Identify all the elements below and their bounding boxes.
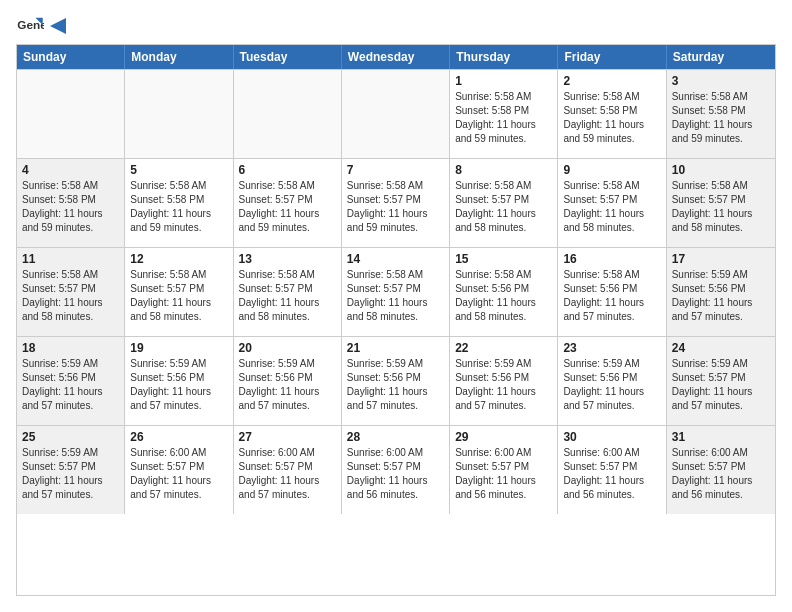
- page-header: General: [16, 16, 776, 36]
- day-number: 15: [455, 252, 552, 266]
- calendar-day-26: 26Sunrise: 6:00 AM Sunset: 5:57 PM Dayli…: [125, 426, 233, 514]
- day-number: 21: [347, 341, 444, 355]
- logo-arrow-icon: [50, 18, 66, 34]
- day-info: Sunrise: 5:59 AM Sunset: 5:56 PM Dayligh…: [130, 357, 227, 413]
- calendar-week-2: 4Sunrise: 5:58 AM Sunset: 5:58 PM Daylig…: [17, 158, 775, 247]
- day-number: 3: [672, 74, 770, 88]
- day-info: Sunrise: 5:58 AM Sunset: 5:58 PM Dayligh…: [672, 90, 770, 146]
- logo-icon: General: [16, 16, 44, 36]
- day-info: Sunrise: 5:59 AM Sunset: 5:56 PM Dayligh…: [22, 357, 119, 413]
- calendar-day-25: 25Sunrise: 5:59 AM Sunset: 5:57 PM Dayli…: [17, 426, 125, 514]
- calendar-week-5: 25Sunrise: 5:59 AM Sunset: 5:57 PM Dayli…: [17, 425, 775, 514]
- day-number: 29: [455, 430, 552, 444]
- day-info: Sunrise: 5:58 AM Sunset: 5:57 PM Dayligh…: [563, 179, 660, 235]
- calendar-empty-cell: [125, 70, 233, 158]
- day-info: Sunrise: 5:59 AM Sunset: 5:56 PM Dayligh…: [455, 357, 552, 413]
- day-number: 1: [455, 74, 552, 88]
- calendar-day-28: 28Sunrise: 6:00 AM Sunset: 5:57 PM Dayli…: [342, 426, 450, 514]
- weekday-header-sunday: Sunday: [17, 45, 125, 69]
- day-number: 24: [672, 341, 770, 355]
- calendar-day-17: 17Sunrise: 5:59 AM Sunset: 5:56 PM Dayli…: [667, 248, 775, 336]
- day-number: 8: [455, 163, 552, 177]
- weekday-header-tuesday: Tuesday: [234, 45, 342, 69]
- weekday-header-monday: Monday: [125, 45, 233, 69]
- day-info: Sunrise: 5:58 AM Sunset: 5:58 PM Dayligh…: [455, 90, 552, 146]
- day-number: 19: [130, 341, 227, 355]
- day-info: Sunrise: 5:58 AM Sunset: 5:57 PM Dayligh…: [672, 179, 770, 235]
- day-info: Sunrise: 5:58 AM Sunset: 5:57 PM Dayligh…: [347, 268, 444, 324]
- day-number: 25: [22, 430, 119, 444]
- calendar-day-3: 3Sunrise: 5:58 AM Sunset: 5:58 PM Daylig…: [667, 70, 775, 158]
- day-info: Sunrise: 5:59 AM Sunset: 5:57 PM Dayligh…: [672, 357, 770, 413]
- logo: General: [16, 16, 66, 36]
- calendar-day-13: 13Sunrise: 5:58 AM Sunset: 5:57 PM Dayli…: [234, 248, 342, 336]
- calendar-body: 1Sunrise: 5:58 AM Sunset: 5:58 PM Daylig…: [17, 69, 775, 514]
- weekday-header-saturday: Saturday: [667, 45, 775, 69]
- day-number: 6: [239, 163, 336, 177]
- day-info: Sunrise: 6:00 AM Sunset: 5:57 PM Dayligh…: [347, 446, 444, 502]
- day-number: 11: [22, 252, 119, 266]
- calendar-day-21: 21Sunrise: 5:59 AM Sunset: 5:56 PM Dayli…: [342, 337, 450, 425]
- day-number: 12: [130, 252, 227, 266]
- day-info: Sunrise: 5:59 AM Sunset: 5:56 PM Dayligh…: [347, 357, 444, 413]
- calendar-day-8: 8Sunrise: 5:58 AM Sunset: 5:57 PM Daylig…: [450, 159, 558, 247]
- day-number: 22: [455, 341, 552, 355]
- calendar-week-1: 1Sunrise: 5:58 AM Sunset: 5:58 PM Daylig…: [17, 69, 775, 158]
- day-info: Sunrise: 5:59 AM Sunset: 5:57 PM Dayligh…: [22, 446, 119, 502]
- day-number: 7: [347, 163, 444, 177]
- calendar-day-6: 6Sunrise: 5:58 AM Sunset: 5:57 PM Daylig…: [234, 159, 342, 247]
- day-info: Sunrise: 5:58 AM Sunset: 5:58 PM Dayligh…: [130, 179, 227, 235]
- day-info: Sunrise: 5:59 AM Sunset: 5:56 PM Dayligh…: [239, 357, 336, 413]
- calendar-day-12: 12Sunrise: 5:58 AM Sunset: 5:57 PM Dayli…: [125, 248, 233, 336]
- calendar-day-2: 2Sunrise: 5:58 AM Sunset: 5:58 PM Daylig…: [558, 70, 666, 158]
- calendar-day-18: 18Sunrise: 5:59 AM Sunset: 5:56 PM Dayli…: [17, 337, 125, 425]
- day-info: Sunrise: 5:59 AM Sunset: 5:56 PM Dayligh…: [563, 357, 660, 413]
- day-info: Sunrise: 5:58 AM Sunset: 5:56 PM Dayligh…: [563, 268, 660, 324]
- day-number: 26: [130, 430, 227, 444]
- day-number: 28: [347, 430, 444, 444]
- calendar-day-14: 14Sunrise: 5:58 AM Sunset: 5:57 PM Dayli…: [342, 248, 450, 336]
- calendar-empty-cell: [342, 70, 450, 158]
- day-number: 31: [672, 430, 770, 444]
- day-number: 18: [22, 341, 119, 355]
- weekday-header-friday: Friday: [558, 45, 666, 69]
- calendar-day-5: 5Sunrise: 5:58 AM Sunset: 5:58 PM Daylig…: [125, 159, 233, 247]
- day-info: Sunrise: 5:58 AM Sunset: 5:56 PM Dayligh…: [455, 268, 552, 324]
- calendar-day-23: 23Sunrise: 5:59 AM Sunset: 5:56 PM Dayli…: [558, 337, 666, 425]
- calendar-day-20: 20Sunrise: 5:59 AM Sunset: 5:56 PM Dayli…: [234, 337, 342, 425]
- calendar-day-16: 16Sunrise: 5:58 AM Sunset: 5:56 PM Dayli…: [558, 248, 666, 336]
- calendar-day-4: 4Sunrise: 5:58 AM Sunset: 5:58 PM Daylig…: [17, 159, 125, 247]
- day-info: Sunrise: 5:58 AM Sunset: 5:57 PM Dayligh…: [239, 179, 336, 235]
- calendar-day-24: 24Sunrise: 5:59 AM Sunset: 5:57 PM Dayli…: [667, 337, 775, 425]
- calendar-day-7: 7Sunrise: 5:58 AM Sunset: 5:57 PM Daylig…: [342, 159, 450, 247]
- day-info: Sunrise: 5:58 AM Sunset: 5:57 PM Dayligh…: [130, 268, 227, 324]
- day-number: 23: [563, 341, 660, 355]
- day-info: Sunrise: 5:58 AM Sunset: 5:57 PM Dayligh…: [347, 179, 444, 235]
- calendar-week-3: 11Sunrise: 5:58 AM Sunset: 5:57 PM Dayli…: [17, 247, 775, 336]
- day-number: 5: [130, 163, 227, 177]
- calendar-day-19: 19Sunrise: 5:59 AM Sunset: 5:56 PM Dayli…: [125, 337, 233, 425]
- day-info: Sunrise: 6:00 AM Sunset: 5:57 PM Dayligh…: [563, 446, 660, 502]
- calendar: SundayMondayTuesdayWednesdayThursdayFrid…: [16, 44, 776, 596]
- day-number: 17: [672, 252, 770, 266]
- day-info: Sunrise: 6:00 AM Sunset: 5:57 PM Dayligh…: [130, 446, 227, 502]
- day-number: 4: [22, 163, 119, 177]
- day-info: Sunrise: 5:59 AM Sunset: 5:56 PM Dayligh…: [672, 268, 770, 324]
- calendar-day-9: 9Sunrise: 5:58 AM Sunset: 5:57 PM Daylig…: [558, 159, 666, 247]
- day-info: Sunrise: 5:58 AM Sunset: 5:57 PM Dayligh…: [239, 268, 336, 324]
- day-info: Sunrise: 5:58 AM Sunset: 5:57 PM Dayligh…: [455, 179, 552, 235]
- day-info: Sunrise: 6:00 AM Sunset: 5:57 PM Dayligh…: [239, 446, 336, 502]
- day-number: 27: [239, 430, 336, 444]
- day-number: 10: [672, 163, 770, 177]
- day-number: 2: [563, 74, 660, 88]
- calendar-day-30: 30Sunrise: 6:00 AM Sunset: 5:57 PM Dayli…: [558, 426, 666, 514]
- day-info: Sunrise: 6:00 AM Sunset: 5:57 PM Dayligh…: [672, 446, 770, 502]
- calendar-day-22: 22Sunrise: 5:59 AM Sunset: 5:56 PM Dayli…: [450, 337, 558, 425]
- day-info: Sunrise: 5:58 AM Sunset: 5:57 PM Dayligh…: [22, 268, 119, 324]
- calendar-day-10: 10Sunrise: 5:58 AM Sunset: 5:57 PM Dayli…: [667, 159, 775, 247]
- day-number: 9: [563, 163, 660, 177]
- calendar-day-1: 1Sunrise: 5:58 AM Sunset: 5:58 PM Daylig…: [450, 70, 558, 158]
- calendar-day-15: 15Sunrise: 5:58 AM Sunset: 5:56 PM Dayli…: [450, 248, 558, 336]
- calendar-header: SundayMondayTuesdayWednesdayThursdayFrid…: [17, 45, 775, 69]
- calendar-week-4: 18Sunrise: 5:59 AM Sunset: 5:56 PM Dayli…: [17, 336, 775, 425]
